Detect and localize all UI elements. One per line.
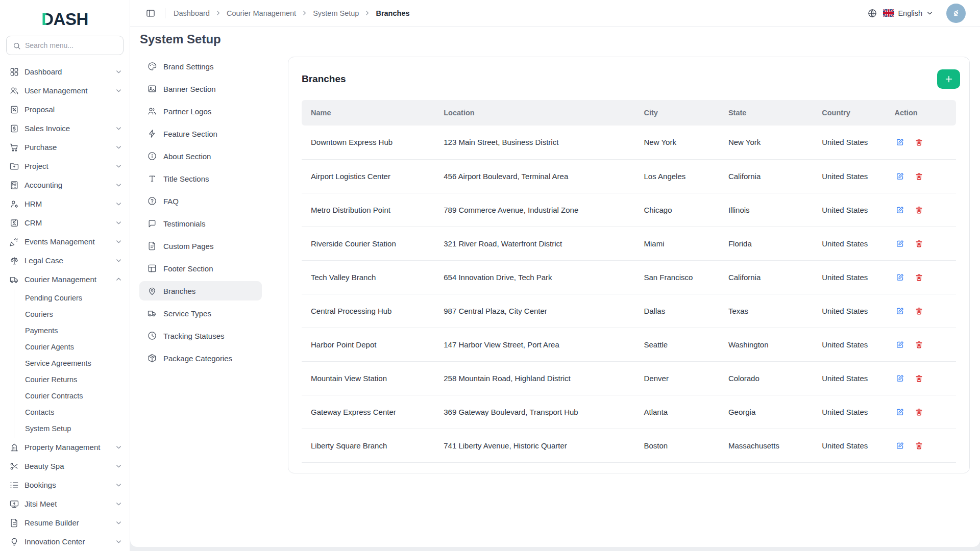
delete-button[interactable] (914, 440, 924, 451)
branches-card: Branches NameLocationCityStateCountryAct… (288, 57, 970, 473)
setup-menu-label: FAQ (163, 197, 179, 206)
cell-state: New York (719, 126, 813, 159)
cell-country: United States (813, 260, 885, 294)
language-label: English (898, 9, 922, 17)
delete-button[interactable] (914, 171, 924, 182)
setup-menu-item-faq[interactable]: FAQ (139, 191, 262, 211)
help-icon (147, 196, 157, 206)
sidebar-subitem-system-setup[interactable]: System Setup (14, 420, 130, 437)
cell-city: New York (635, 126, 719, 159)
edit-icon (896, 138, 904, 146)
sidebar-item-label: CRM (24, 218, 115, 227)
setup-menu-item-branches[interactable]: Branches (139, 281, 262, 300)
breadcrumb-item-dashboard[interactable]: Dashboard (174, 9, 210, 17)
setup-menu-item-feature-section[interactable]: Feature Section (139, 124, 262, 143)
sidebar-item-bookings[interactable]: Bookings (0, 475, 130, 494)
edit-button[interactable] (895, 272, 905, 283)
delete-button[interactable] (914, 373, 924, 384)
cell-action (886, 328, 957, 361)
edit-icon (896, 408, 904, 416)
sidebar-item-events-management[interactable]: Events Management (0, 232, 130, 251)
delete-button[interactable] (914, 339, 924, 350)
delete-button[interactable] (914, 272, 924, 283)
edit-button[interactable] (895, 238, 905, 249)
edit-button[interactable] (895, 306, 905, 316)
sidebar-subitem-contacts[interactable]: Contacts (14, 404, 130, 420)
setup-menu-item-custom-pages[interactable]: Custom Pages (139, 236, 262, 256)
cell-country: United States (813, 328, 885, 361)
sidebar-item-resume-builder[interactable]: Resume Builder (0, 513, 130, 532)
sidebar-subitem-courier-contracts[interactable]: Courier Contracts (14, 388, 130, 404)
setup-menu-item-package-categories[interactable]: Package Categories (139, 348, 262, 368)
edit-button[interactable] (895, 171, 905, 182)
add-branch-button[interactable] (937, 69, 960, 89)
sidebar-subitem-courier-returns[interactable]: Courier Returns (14, 371, 130, 388)
edit-button[interactable] (895, 373, 905, 384)
cell-state: Illinois (719, 193, 813, 227)
breadcrumb-item-system-setup[interactable]: System Setup (313, 9, 359, 17)
breadcrumb-item-courier-management[interactable]: Courier Management (227, 9, 296, 17)
setup-menu-item-about-section[interactable]: About Section (139, 146, 262, 166)
cell-city: Seattle (635, 328, 719, 361)
setup-menu-item-brand-settings[interactable]: Brand Settings (139, 57, 262, 76)
sidebar-item-label: HRM (24, 199, 115, 208)
sidebar-item-user-management[interactable]: User Management (0, 81, 130, 100)
search-input[interactable] (6, 36, 124, 55)
delete-button[interactable] (914, 238, 924, 249)
id-card-icon (9, 218, 19, 228)
edit-button[interactable] (895, 407, 905, 417)
cell-location: 147 Harbor View Street, Port Area (434, 328, 634, 361)
sidebar-subitem-couriers[interactable]: Couriers (14, 306, 130, 322)
sidebar-item-accounting[interactable]: Accounting (0, 176, 130, 194)
edit-button[interactable] (895, 137, 905, 147)
sidebar-item-legal-case[interactable]: Legal Case (0, 251, 130, 270)
delete-button[interactable] (914, 137, 924, 147)
sidebar-subitem-payments[interactable]: Payments (14, 322, 130, 339)
edit-button[interactable] (895, 440, 905, 451)
setup-menu-item-tracking-statuses[interactable]: Tracking Statuses (139, 326, 262, 345)
sidebar-subitem-pending-couriers[interactable]: Pending Couriers (14, 290, 130, 306)
globe-button[interactable] (866, 7, 878, 19)
sidebar-item-dashboard[interactable]: Dashboard (0, 62, 130, 81)
sidebar-subitem-service-agreements[interactable]: Service Agreements (14, 355, 130, 371)
sales-invoice-icon (9, 123, 19, 134)
plus-icon (944, 74, 954, 84)
sidebar-item-courier-management[interactable]: Courier Management (0, 270, 130, 289)
sidebar-item-purchase[interactable]: Purchase (0, 138, 130, 157)
users-icon (9, 86, 19, 96)
edit-icon (896, 273, 904, 282)
chevron-down-icon (115, 462, 122, 470)
edit-button[interactable] (895, 205, 905, 215)
sidebar-item-proposal[interactable]: Proposal (0, 100, 130, 119)
trash-icon (915, 239, 923, 248)
delete-button[interactable] (914, 306, 924, 316)
sidebar: DASH DashboardUser ManagementProposalSal… (0, 0, 130, 551)
delete-button[interactable] (914, 407, 924, 417)
delete-button[interactable] (914, 205, 924, 215)
sidebar-item-innovation-center[interactable]: Innovation Center (0, 532, 130, 551)
cell-name: Metro Distribution Point (302, 193, 434, 227)
setup-menu: Brand SettingsBanner SectionPartner Logo… (139, 57, 262, 547)
language-selector[interactable]: English (883, 9, 934, 17)
sidebar-item-beauty-spa[interactable]: Beauty Spa (0, 457, 130, 475)
avatar[interactable] (946, 4, 966, 23)
sidebar-item-jitsi-meet[interactable]: Jitsi Meet (0, 494, 130, 513)
setup-menu-item-testimonials[interactable]: Testimonials (139, 214, 262, 233)
setup-menu-item-service-types[interactable]: Service Types (139, 304, 262, 323)
setup-menu-item-banner-section[interactable]: Banner Section (139, 79, 262, 98)
setup-menu-item-title-sections[interactable]: Title Sections (139, 169, 262, 188)
cell-action (886, 193, 957, 227)
sidebar-subitem-courier-agents[interactable]: Courier Agents (14, 339, 130, 355)
sidebar-submenu-courier-management: Pending CouriersCouriersPaymentsCourier … (14, 289, 130, 438)
sidebar-item-crm[interactable]: CRM (0, 213, 130, 232)
cell-city: Miami (635, 227, 719, 260)
sidebar-item-hrm[interactable]: HRM (0, 194, 130, 213)
sidebar-item-sales-invoice[interactable]: Sales Invoice (0, 119, 130, 138)
setup-menu-item-footer-section[interactable]: Footer Section (139, 259, 262, 278)
user-gear-icon (9, 199, 19, 209)
sidebar-item-property-management[interactable]: Property Management (0, 438, 130, 457)
edit-button[interactable] (895, 339, 905, 350)
setup-menu-item-partner-logos[interactable]: Partner Logos (139, 102, 262, 121)
sidebar-toggle-button[interactable] (144, 7, 157, 19)
sidebar-item-project[interactable]: Project (0, 157, 130, 176)
